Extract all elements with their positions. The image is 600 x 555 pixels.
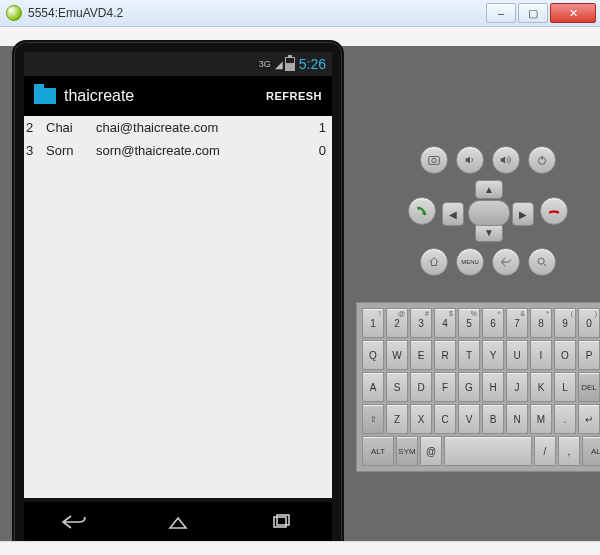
cell-name: Chai [46,120,96,135]
hw-call-button[interactable] [408,197,436,225]
clock: 5:26 [299,56,326,72]
host-taskbar-strip [0,541,600,555]
nav-home-button[interactable] [164,514,192,530]
key-alt[interactable]: ALT [582,436,600,466]
cell-email: chai@thaicreate.com [96,120,306,135]
svg-point-3 [432,158,436,162]
table-row[interactable]: 3 Sorn sorn@thaicreate.com 0 [24,139,332,162]
app-action-bar: thaicreate REFRESH [24,76,332,116]
key-.[interactable]: . [554,404,576,434]
hw-camera-button[interactable] [420,146,448,174]
app-title: thaicreate [64,87,134,105]
cell-id: 3 [26,143,46,158]
window-title: 5554:EmuAVD4.2 [28,6,123,20]
cell-status: 0 [306,143,326,158]
hardware-controls-pane: ▲ ▼ ◀ ▶ MENU !1@2#3$4%5^6&7*8 [356,46,600,555]
data-list: 2 Chai chai@thaicreate.com 1 3 Sorn sorn… [24,116,332,162]
hw-dpad-center[interactable] [468,200,510,226]
network-indicator: 3G [259,59,271,69]
cell-name: Sorn [46,143,96,158]
key-6[interactable]: ^6 [482,308,504,338]
key-f[interactable]: F [434,372,456,402]
key- [interactable] [444,436,532,466]
key-del[interactable]: DEL [578,372,600,402]
hw-dpad-up[interactable]: ▲ [475,180,503,199]
key-c[interactable]: C [434,404,456,434]
android-status-bar: 3G ◢ 5:26 [24,52,332,76]
key-y[interactable]: Y [482,340,504,370]
cell-status: 1 [306,120,326,135]
hw-dpad-left[interactable]: ◀ [442,202,464,226]
phone-screen: 3G ◢ 5:26 thaicreate REFRESH [24,52,332,498]
nav-recent-button[interactable] [267,514,295,530]
key-h[interactable]: H [482,372,504,402]
key-alt[interactable]: ALT [362,436,394,466]
emulator-body: 3G ◢ 5:26 thaicreate REFRESH [0,46,600,555]
hw-back-button[interactable] [492,248,520,276]
hw-power-button[interactable] [528,146,556,174]
key-l[interactable]: L [554,372,576,402]
key-m[interactable]: M [530,404,552,434]
key-/[interactable]: / [534,436,556,466]
key-r[interactable]: R [434,340,456,370]
battery-icon [285,57,295,71]
window-minimize-button[interactable]: – [486,3,516,23]
key-9[interactable]: (9 [554,308,576,338]
key-4[interactable]: $4 [434,308,456,338]
key-s[interactable]: S [386,372,408,402]
key-u[interactable]: U [506,340,528,370]
key-2[interactable]: @2 [386,308,408,338]
key-5[interactable]: %5 [458,308,480,338]
key-x[interactable]: X [410,404,432,434]
svg-line-7 [544,264,547,267]
key-e[interactable]: E [410,340,432,370]
hw-menu-button[interactable]: MENU [456,248,484,276]
key-t[interactable]: T [458,340,480,370]
hardware-buttons: ▲ ▼ ◀ ▶ MENU [408,146,568,276]
hw-search-button[interactable] [528,248,556,276]
signal-icon: ◢ [275,59,281,70]
key-3[interactable]: #3 [410,308,432,338]
window-maximize-button[interactable]: ▢ [518,3,548,23]
android-nav-bar [24,502,332,542]
cell-email: sorn@thaicreate.com [96,143,306,158]
emulator-window: 5554:EmuAVD4.2 – ▢ ✕ 3G ◢ 5:26 [0,0,600,555]
key-p[interactable]: P [578,340,600,370]
hw-volume-up-button[interactable] [492,146,520,174]
key-q[interactable]: Q [362,340,384,370]
key-j[interactable]: J [506,372,528,402]
table-row[interactable]: 2 Chai chai@thaicreate.com 1 [24,116,332,139]
nav-back-button[interactable] [61,514,89,530]
key-k[interactable]: K [530,372,552,402]
key-a[interactable]: A [362,372,384,402]
hw-volume-down-button[interactable] [456,146,484,174]
window-close-button[interactable]: ✕ [550,3,596,23]
app-icon [6,5,22,21]
key-o[interactable]: O [554,340,576,370]
key-8[interactable]: *8 [530,308,552,338]
key-@[interactable]: @ [420,436,442,466]
key-,[interactable]: , [558,436,580,466]
hw-dpad-right[interactable]: ▶ [512,202,534,226]
key-sym[interactable]: SYM [396,436,418,466]
key-z[interactable]: Z [386,404,408,434]
key-n[interactable]: N [506,404,528,434]
svg-rect-2 [429,157,440,165]
key-w[interactable]: W [386,340,408,370]
key-7[interactable]: &7 [506,308,528,338]
key-d[interactable]: D [410,372,432,402]
window-titlebar: 5554:EmuAVD4.2 – ▢ ✕ [0,0,600,27]
key-i[interactable]: I [530,340,552,370]
hw-dpad: ▲ ▼ ◀ ▶ [442,180,534,242]
folder-icon [34,88,56,104]
key-b[interactable]: B [482,404,504,434]
key-1[interactable]: !1 [362,308,384,338]
hw-end-call-button[interactable] [540,197,568,225]
key-0[interactable]: )0 [578,308,600,338]
key-v[interactable]: V [458,404,480,434]
key-⇧[interactable]: ⇧ [362,404,384,434]
key-↵[interactable]: ↵ [578,404,600,434]
hw-home-button[interactable] [420,248,448,276]
key-g[interactable]: G [458,372,480,402]
refresh-button[interactable]: REFRESH [266,90,322,102]
